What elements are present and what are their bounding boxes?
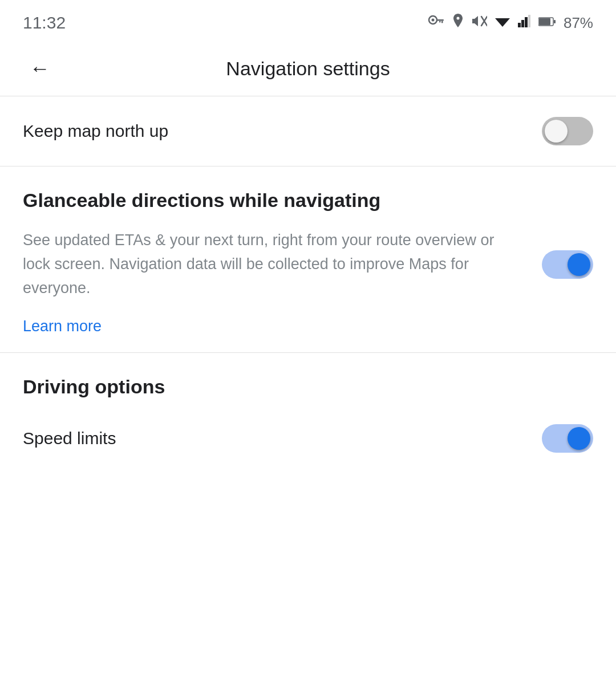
toggle-thumb xyxy=(545,120,568,143)
speed-limits-label: Speed limits xyxy=(23,429,116,448)
battery-percentage: 87% xyxy=(564,14,593,32)
svg-point-1 xyxy=(431,19,434,22)
glanceable-directions-row: See updated ETAs & your next turn, right… xyxy=(23,229,593,300)
svg-rect-14 xyxy=(554,20,556,23)
svg-rect-13 xyxy=(539,18,550,25)
svg-rect-8 xyxy=(518,23,521,27)
glanceable-directions-description: See updated ETAs & your next turn, right… xyxy=(23,229,542,300)
status-time: 11:32 xyxy=(23,13,66,32)
location-icon xyxy=(452,14,464,32)
battery-icon xyxy=(538,15,556,30)
keep-map-north-up-toggle[interactable] xyxy=(542,117,593,145)
keep-map-north-up-label: Keep map north up xyxy=(23,121,168,141)
svg-rect-11 xyxy=(528,15,530,27)
toggle-thumb-on xyxy=(568,253,590,276)
glanceable-directions-toggle[interactable] xyxy=(542,250,593,279)
speed-limits-toggle[interactable] xyxy=(542,424,593,453)
mute-icon xyxy=(472,15,487,31)
driving-options-title: Driving options xyxy=(23,376,593,398)
speed-limits-item[interactable]: Speed limits xyxy=(23,404,593,458)
back-button[interactable]: ← xyxy=(23,51,57,86)
wifi-icon xyxy=(495,15,510,30)
glanceable-directions-section: Glanceable directions while navigating S… xyxy=(0,166,616,352)
status-icons: 87% xyxy=(428,14,593,32)
app-bar: ← Navigation settings xyxy=(0,41,616,96)
svg-rect-9 xyxy=(521,20,524,27)
speed-limits-thumb xyxy=(568,427,590,450)
learn-more-link[interactable]: Learn more xyxy=(23,318,102,335)
svg-rect-3 xyxy=(441,21,443,23)
svg-rect-2 xyxy=(436,19,444,21)
svg-rect-4 xyxy=(439,21,441,23)
back-arrow-icon: ← xyxy=(30,56,50,80)
key-icon xyxy=(428,15,444,31)
signal-icon xyxy=(518,15,530,31)
svg-marker-7 xyxy=(495,18,510,27)
svg-rect-10 xyxy=(525,17,528,27)
status-bar: 11:32 xyxy=(0,0,616,41)
driving-options-section: Driving options Speed limits xyxy=(0,353,616,475)
page-title: Navigation settings xyxy=(57,58,559,80)
glanceable-directions-title: Glanceable directions while navigating xyxy=(23,189,593,212)
keep-map-north-up-item[interactable]: Keep map north up xyxy=(0,96,616,166)
